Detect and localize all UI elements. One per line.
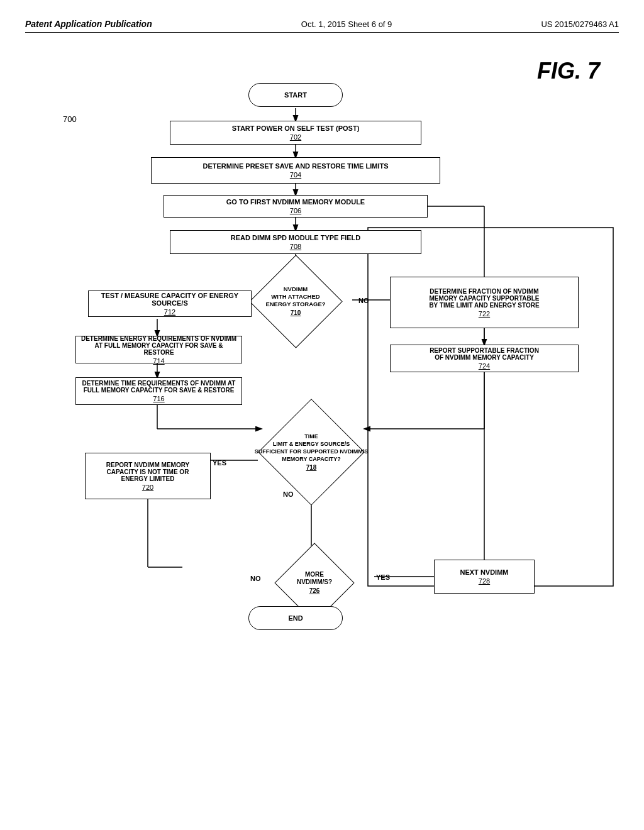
figure-label: FIG. 7: [537, 58, 600, 84]
label-yes-718: YES: [213, 459, 226, 467]
header-patent-number: US 2015/0279463 A1: [541, 19, 619, 29]
label-no-718: NO: [283, 490, 294, 498]
node-716: DETERMINE TIME REQUIREMENTS OF NVDIMM AT…: [75, 377, 242, 405]
node-718: TIME LIMIT & ENERGY SOURCE/S SUFFICIENT …: [239, 411, 384, 493]
node-714: DETERMINE ENERGY REQUIREMENTS OF NVDIMM …: [75, 336, 242, 363]
node-710: NVDIMM WITH ATTACHED ENERGY STORAGE? 710: [233, 267, 358, 336]
node-708: READ DIMM SPD MODULE TYPE FIELD 708: [170, 230, 421, 254]
node-720: REPORT NVDIMM MEMORY CAPACITY IS NOT TIM…: [85, 453, 211, 499]
page: Patent Application Publication Oct. 1, 2…: [0, 0, 644, 830]
node-702: START POWER ON SELF TEST (POST) 702: [170, 121, 421, 145]
diagram-container: FIG. 7 700: [25, 52, 619, 794]
header-date-sheet: Oct. 1, 2015 Sheet 6 of 9: [301, 19, 392, 29]
end-node: END: [248, 606, 343, 630]
page-header: Patent Application Publication Oct. 1, 2…: [25, 13, 619, 33]
ref-700-label: 700: [63, 114, 77, 124]
node-724: REPORT SUPPORTABLE FRACTION OF NVDIMM ME…: [390, 345, 579, 372]
header-publication: Patent Application Publication: [25, 19, 152, 29]
node-712: TEST / MEASURE CAPACITY OF ENERGY SOURCE…: [88, 290, 252, 317]
label-yes-726: YES: [376, 573, 390, 581]
label-no-726: NO: [250, 575, 261, 582]
node-728: NEXT NVDIMM 728: [434, 560, 535, 594]
node-726: MORE NVDIMM/S? 726: [264, 555, 365, 611]
start-node: START: [248, 83, 343, 107]
node-706: GO TO FIRST NVDIMM MEMORY MODULE 706: [164, 195, 428, 218]
node-722: DETERMINE FRACTION OF NVDIMM MEMORY CAPA…: [390, 277, 579, 328]
label-no-710: NO: [358, 297, 369, 304]
node-704: DETERMINE PRESET SAVE AND RESTORE TIME L…: [151, 157, 440, 184]
